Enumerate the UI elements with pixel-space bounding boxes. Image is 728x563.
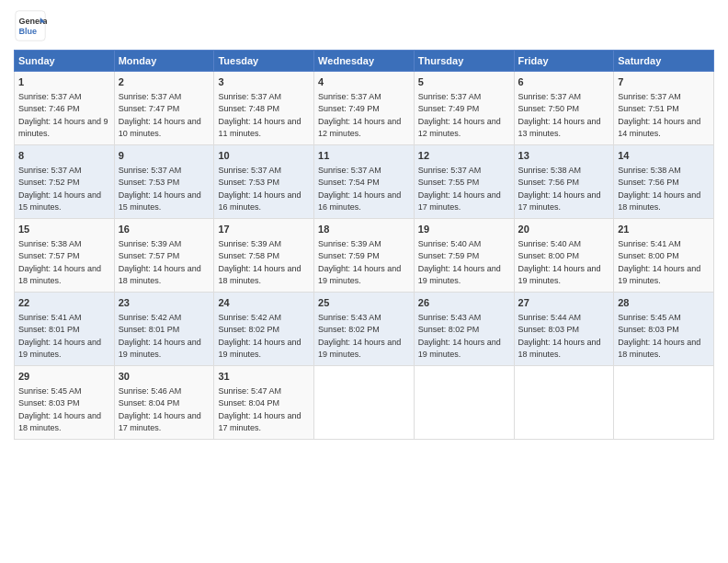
calendar-cell xyxy=(514,366,614,440)
day-info: Sunrise: 5:39 AMSunset: 7:58 PMDaylight:… xyxy=(218,239,301,286)
calendar-cell: 20 Sunrise: 5:40 AMSunset: 8:00 PMDaylig… xyxy=(514,219,614,293)
day-number: 28 xyxy=(618,296,710,310)
day-number: 3 xyxy=(218,75,310,89)
calendar-cell: 18 Sunrise: 5:39 AMSunset: 7:59 PMDaylig… xyxy=(314,219,415,293)
calendar-cell: 8 Sunrise: 5:37 AMSunset: 7:52 PMDayligh… xyxy=(15,145,115,219)
day-info: Sunrise: 5:37 AMSunset: 7:46 PMDaylight:… xyxy=(18,92,108,139)
day-info: Sunrise: 5:38 AMSunset: 7:56 PMDaylight:… xyxy=(618,166,700,213)
calendar-table: SundayMondayTuesdayWednesdayThursdayFrid… xyxy=(14,50,714,440)
calendar-cell: 5 Sunrise: 5:37 AMSunset: 7:49 PMDayligh… xyxy=(414,72,514,145)
day-number: 19 xyxy=(418,223,510,236)
day-info: Sunrise: 5:43 AMSunset: 8:02 PMDaylight:… xyxy=(318,313,401,360)
day-info: Sunrise: 5:41 AMSunset: 8:00 PMDaylight:… xyxy=(618,239,700,286)
day-number: 18 xyxy=(318,223,410,236)
day-info: Sunrise: 5:37 AMSunset: 7:55 PMDaylight:… xyxy=(418,166,501,213)
calendar-cell: 17 Sunrise: 5:39 AMSunset: 7:58 PMDaylig… xyxy=(214,219,314,293)
calendar-cell: 21 Sunrise: 5:41 AMSunset: 8:00 PMDaylig… xyxy=(614,219,714,293)
column-header-wednesday: Wednesday xyxy=(314,51,415,72)
day-number: 30 xyxy=(119,370,210,384)
calendar-cell: 12 Sunrise: 5:37 AMSunset: 7:55 PMDaylig… xyxy=(414,145,514,219)
calendar-week-row: 15 Sunrise: 5:38 AMSunset: 7:57 PMDaylig… xyxy=(15,219,714,293)
day-info: Sunrise: 5:39 AMSunset: 7:57 PMDaylight:… xyxy=(119,239,201,286)
day-number: 20 xyxy=(518,223,610,236)
calendar-cell: 29 Sunrise: 5:45 AMSunset: 8:03 PMDaylig… xyxy=(15,366,115,440)
calendar-cell: 31 Sunrise: 5:47 AMSunset: 8:04 PMDaylig… xyxy=(214,366,314,440)
calendar-page: General Blue SundayMondayTuesdayWednesda… xyxy=(0,0,728,563)
day-info: Sunrise: 5:38 AMSunset: 7:57 PMDaylight:… xyxy=(18,239,101,286)
day-number: 13 xyxy=(518,149,610,163)
day-info: Sunrise: 5:37 AMSunset: 7:49 PMDaylight:… xyxy=(418,92,501,139)
day-number: 9 xyxy=(119,149,210,163)
calendar-cell: 27 Sunrise: 5:44 AMSunset: 8:03 PMDaylig… xyxy=(514,293,614,366)
day-number: 14 xyxy=(618,149,710,163)
day-info: Sunrise: 5:37 AMSunset: 7:49 PMDaylight:… xyxy=(318,92,401,139)
calendar-cell: 11 Sunrise: 5:37 AMSunset: 7:54 PMDaylig… xyxy=(314,145,415,219)
day-number: 23 xyxy=(119,296,210,310)
column-header-sunday: Sunday xyxy=(15,51,115,72)
day-number: 8 xyxy=(18,149,110,163)
calendar-cell: 28 Sunrise: 5:45 AMSunset: 8:03 PMDaylig… xyxy=(614,293,714,366)
calendar-week-row: 8 Sunrise: 5:37 AMSunset: 7:52 PMDayligh… xyxy=(15,145,714,219)
calendar-cell: 9 Sunrise: 5:37 AMSunset: 7:53 PMDayligh… xyxy=(114,145,214,219)
day-number: 4 xyxy=(318,75,410,89)
calendar-week-row: 22 Sunrise: 5:41 AMSunset: 8:01 PMDaylig… xyxy=(15,293,714,366)
calendar-header-row: SundayMondayTuesdayWednesdayThursdayFrid… xyxy=(15,51,714,72)
column-header-tuesday: Tuesday xyxy=(214,51,314,72)
day-number: 26 xyxy=(418,296,510,310)
day-number: 10 xyxy=(218,149,310,163)
day-info: Sunrise: 5:37 AMSunset: 7:47 PMDaylight:… xyxy=(119,92,201,139)
day-info: Sunrise: 5:37 AMSunset: 7:53 PMDaylight:… xyxy=(218,166,301,213)
column-header-monday: Monday xyxy=(114,51,214,72)
calendar-cell: 19 Sunrise: 5:40 AMSunset: 7:59 PMDaylig… xyxy=(414,219,514,293)
calendar-cell: 13 Sunrise: 5:38 AMSunset: 7:56 PMDaylig… xyxy=(514,145,614,219)
day-number: 2 xyxy=(119,75,210,89)
day-number: 6 xyxy=(518,75,610,89)
day-info: Sunrise: 5:42 AMSunset: 8:02 PMDaylight:… xyxy=(218,313,301,360)
day-info: Sunrise: 5:37 AMSunset: 7:54 PMDaylight:… xyxy=(318,166,401,213)
calendar-cell xyxy=(414,366,514,440)
day-info: Sunrise: 5:46 AMSunset: 8:04 PMDaylight:… xyxy=(119,386,201,433)
calendar-cell: 14 Sunrise: 5:38 AMSunset: 7:56 PMDaylig… xyxy=(614,145,714,219)
calendar-week-row: 29 Sunrise: 5:45 AMSunset: 8:03 PMDaylig… xyxy=(15,366,714,440)
calendar-cell: 2 Sunrise: 5:37 AMSunset: 7:47 PMDayligh… xyxy=(114,72,214,145)
day-info: Sunrise: 5:47 AMSunset: 8:04 PMDaylight:… xyxy=(218,386,301,433)
day-info: Sunrise: 5:42 AMSunset: 8:01 PMDaylight:… xyxy=(119,313,201,360)
day-number: 15 xyxy=(18,223,110,236)
day-number: 24 xyxy=(218,296,310,310)
logo: General Blue xyxy=(14,9,47,42)
day-number: 25 xyxy=(318,296,410,310)
calendar-cell: 22 Sunrise: 5:41 AMSunset: 8:01 PMDaylig… xyxy=(15,293,115,366)
calendar-cell: 16 Sunrise: 5:39 AMSunset: 7:57 PMDaylig… xyxy=(114,219,214,293)
column-header-friday: Friday xyxy=(514,51,614,72)
column-header-thursday: Thursday xyxy=(414,51,514,72)
day-number: 12 xyxy=(418,149,510,163)
calendar-cell: 7 Sunrise: 5:37 AMSunset: 7:51 PMDayligh… xyxy=(614,72,714,145)
calendar-cell xyxy=(314,366,415,440)
calendar-cell: 4 Sunrise: 5:37 AMSunset: 7:49 PMDayligh… xyxy=(314,72,415,145)
calendar-cell: 10 Sunrise: 5:37 AMSunset: 7:53 PMDaylig… xyxy=(214,145,314,219)
day-number: 5 xyxy=(418,75,510,89)
day-number: 16 xyxy=(119,223,210,236)
day-info: Sunrise: 5:37 AMSunset: 7:51 PMDaylight:… xyxy=(618,92,700,139)
day-info: Sunrise: 5:37 AMSunset: 7:52 PMDaylight:… xyxy=(18,166,101,213)
calendar-cell: 30 Sunrise: 5:46 AMSunset: 8:04 PMDaylig… xyxy=(114,366,214,440)
day-number: 22 xyxy=(18,296,110,310)
svg-text:Blue: Blue xyxy=(18,27,37,36)
calendar-cell: 25 Sunrise: 5:43 AMSunset: 8:02 PMDaylig… xyxy=(314,293,415,366)
day-info: Sunrise: 5:44 AMSunset: 8:03 PMDaylight:… xyxy=(518,313,601,360)
day-number: 29 xyxy=(18,370,110,384)
day-info: Sunrise: 5:37 AMSunset: 7:53 PMDaylight:… xyxy=(119,166,201,213)
day-info: Sunrise: 5:43 AMSunset: 8:02 PMDaylight:… xyxy=(418,313,501,360)
header: General Blue xyxy=(14,9,714,42)
calendar-cell: 1 Sunrise: 5:37 AMSunset: 7:46 PMDayligh… xyxy=(15,72,115,145)
calendar-cell: 23 Sunrise: 5:42 AMSunset: 8:01 PMDaylig… xyxy=(114,293,214,366)
day-info: Sunrise: 5:45 AMSunset: 8:03 PMDaylight:… xyxy=(18,386,101,433)
day-info: Sunrise: 5:45 AMSunset: 8:03 PMDaylight:… xyxy=(618,313,700,360)
day-number: 31 xyxy=(218,370,310,384)
calendar-cell xyxy=(614,366,714,440)
column-header-saturday: Saturday xyxy=(614,51,714,72)
day-number: 11 xyxy=(318,149,410,163)
day-info: Sunrise: 5:40 AMSunset: 7:59 PMDaylight:… xyxy=(418,239,501,286)
day-info: Sunrise: 5:37 AMSunset: 7:50 PMDaylight:… xyxy=(518,92,601,139)
calendar-cell: 6 Sunrise: 5:37 AMSunset: 7:50 PMDayligh… xyxy=(514,72,614,145)
